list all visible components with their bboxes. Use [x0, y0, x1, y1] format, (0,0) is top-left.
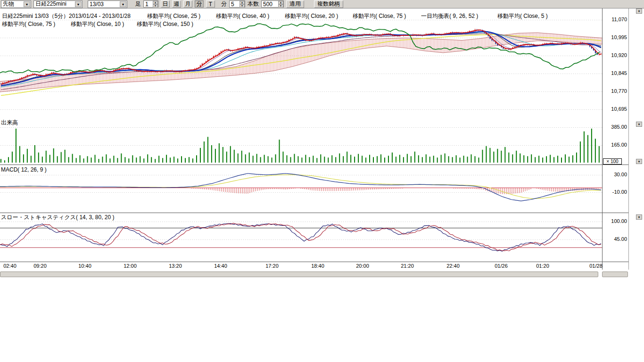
chevron-down-icon: ▼	[638, 10, 641, 13]
period-month-button[interactable]: 月	[183, 0, 192, 8]
volume-axis-dropdown-button[interactable]: ▼	[636, 122, 642, 127]
volume-scale-badge: × 100	[603, 158, 622, 165]
bar-type-label: 足	[135, 0, 141, 8]
macd-panel-title: MACD( 12, 26, 9 )	[1, 166, 47, 173]
apply-button[interactable]: 適用	[286, 0, 304, 8]
chevron-down-icon: ▼	[638, 123, 641, 126]
legend-item-ma10: 移動平均( Close, 10 )	[71, 20, 124, 28]
bar-interval-stepper[interactable]: 1 ▲▼	[143, 0, 158, 8]
symbol-value: 日経225mini	[35, 0, 66, 8]
stoch-axis-dropdown-button[interactable]: ▼	[636, 214, 642, 220]
spinner-arrows-icon[interactable]: ▲▼	[153, 1, 158, 8]
period-week-button[interactable]: 週	[172, 0, 181, 8]
chevron-down-icon: ▼	[75, 1, 82, 7]
bar-interval-value: 1	[145, 1, 149, 8]
legend-item-ma5: 移動平均( Close, 5 )	[497, 12, 548, 20]
legend-item-ma25: 移動平均( Close, 25 )	[147, 12, 200, 20]
instrument-type-value: 先物	[3, 0, 14, 8]
chevron-down-icon: ▼	[24, 1, 30, 7]
contract-month-value: 13/03	[90, 1, 104, 8]
chart-canvas[interactable]	[0, 0, 644, 283]
legend-item-ma20: 移動平均( Close, 20 )	[285, 12, 338, 20]
spinner-arrows-icon[interactable]: ▲▼	[239, 1, 245, 8]
legend-item-ma75: 移動平均( Close, 75 )	[353, 12, 406, 20]
minute-label: 分	[221, 0, 227, 8]
chevron-down-icon: ▼	[638, 160, 641, 163]
period-minute-button[interactable]: 分	[195, 0, 204, 8]
spinner-arrows-icon[interactable]: ▲▼	[278, 1, 283, 8]
minute-stepper[interactable]: 5 ▲▼	[229, 0, 245, 8]
chevron-down-icon: ▼	[638, 216, 641, 219]
bar-count-stepper[interactable]: 500 ▲▼	[261, 0, 284, 8]
chevron-down-icon: ▼	[120, 1, 126, 7]
instrument-type-select[interactable]: 先物 ▼	[1, 0, 31, 8]
legend-item-ma150: 移動平均( Close, 150 )	[137, 20, 193, 28]
horizontal-scrollbar-thumb[interactable]	[0, 272, 598, 277]
legend-item-ichimoku: 一目均衡表( 9, 26, 52 )	[421, 12, 478, 20]
period-tick-button[interactable]: T	[206, 0, 215, 8]
symbol-select[interactable]: 日経225mini ▼	[33, 0, 83, 8]
minute-value: 5	[231, 1, 234, 8]
legend-item-ma40: 移動平均( Close, 40 )	[216, 12, 269, 20]
volume-panel-title: 出来高	[1, 119, 18, 127]
multi-symbol-button[interactable]: 複数銘柄	[314, 0, 343, 8]
price-axis-dropdown-button[interactable]: ▼	[636, 8, 642, 14]
period-day-button[interactable]: 日	[161, 0, 170, 8]
contract-month-select[interactable]: 13/03 ▼	[88, 0, 127, 8]
volume-scale-dropdown-button[interactable]: ▼	[636, 159, 642, 164]
legend-item-ma75b: 移動平均( Close, 75 )	[2, 20, 55, 28]
bar-count-label: 本数	[248, 0, 259, 8]
chart-title: 日経225mini 13/03（5分）2013/01/24 - 2013/01/…	[2, 12, 131, 20]
toolbar: 先物 ▼ 日経225mini ▼ 13/03 ▼ 足 1 ▲▼ 日 週 月 分 …	[0, 0, 644, 8]
axis-scrollbar-segment[interactable]	[602, 272, 628, 277]
bar-count-value: 500	[263, 1, 272, 8]
stochastics-panel-title: スロー・ストキャスティクス( 14, 3, 80, 20 )	[1, 214, 114, 222]
